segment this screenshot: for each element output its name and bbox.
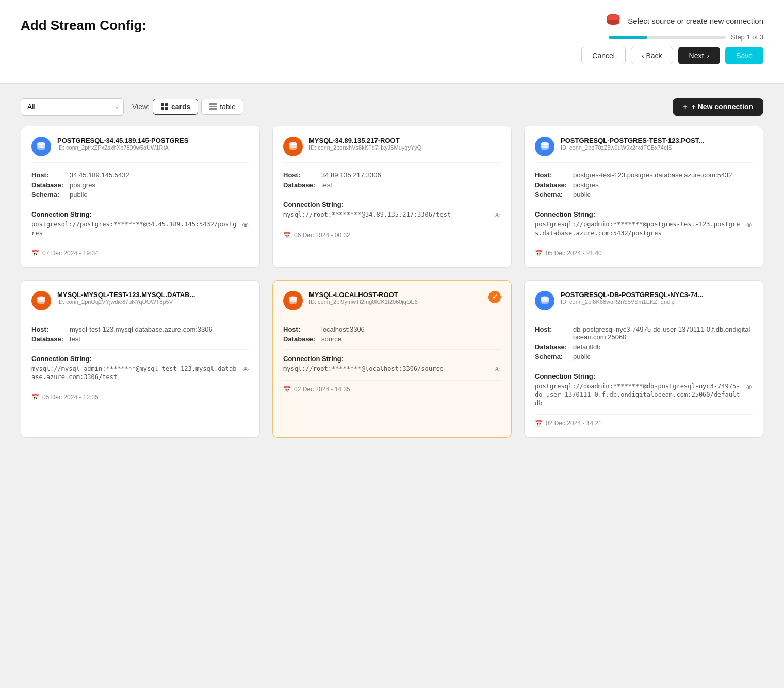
schema-field: Schema:public (31, 191, 249, 199)
conn-string-label: Connection String: (31, 210, 249, 218)
step-icon (605, 12, 622, 29)
svg-rect-2 (165, 103, 168, 106)
new-connection-button[interactable]: + + New connection (673, 98, 763, 116)
database-field: Database:test (31, 335, 249, 343)
conn-string-value: postgresql://postgres:********@34.45.189… (31, 220, 240, 238)
conn-string-value: mysql://mysql_admin:********@mysql-test-… (31, 365, 240, 382)
connection-card[interactable]: POSTGRESQL-34.45.189.145-POSTGRES ID: co… (21, 126, 260, 268)
toggle-visibility-icon[interactable]: 👁 (242, 366, 249, 374)
page-title: Add Stream Config: (21, 12, 146, 34)
table-icon (209, 103, 217, 111)
calendar-icon: 📅 (535, 250, 543, 257)
database-field: Database:source (283, 335, 501, 343)
cards-view-button[interactable]: cards (153, 99, 198, 115)
card-id: ID: conn_2pnOq2VYjwdie87uNYqUOWT8p5V (57, 299, 249, 305)
calendar-icon: 📅 (31, 250, 39, 257)
connection-card[interactable]: MYSQL-MYSQL-TEST-123.MYSQL.DATAB... ID: … (21, 280, 260, 438)
svg-rect-3 (161, 107, 164, 110)
connection-card[interactable]: MYSQL-34.89.135.217-ROOT ID: conn_2ponxh… (272, 126, 512, 268)
save-button[interactable]: Save (725, 47, 763, 64)
card-date: 05 Dec 2024 - 21:40 (546, 250, 602, 257)
step-count: Step 1 of 3 (731, 33, 763, 41)
database-field: Database:postgres (535, 181, 753, 189)
svg-rect-1 (161, 103, 164, 106)
card-date: 05 Dec 2024 - 12:35 (42, 394, 99, 401)
conn-string-value: mysql://root:********@34.89.135.217:3306… (283, 210, 492, 219)
connection-card[interactable]: POSTGRESQL-POSTGRES-TEST-123.POST... ID:… (524, 126, 763, 268)
conn-string-label: Connection String: (283, 355, 501, 363)
toggle-visibility-icon[interactable]: 👁 (242, 221, 249, 230)
conn-string-value: postgresql://doadmin:********@db-postgre… (535, 382, 743, 408)
card-date: 02 Dec 2024 - 14:21 (546, 420, 602, 427)
calendar-icon: 📅 (31, 394, 39, 401)
db-type-icon (283, 291, 303, 310)
database-field: Database:defaultdb (535, 343, 753, 351)
selected-check: ✓ (488, 291, 501, 303)
conn-string-label: Connection String: (535, 210, 753, 218)
back-button[interactable]: ‹ Back (631, 47, 673, 64)
database-field: Database:test (283, 181, 501, 189)
card-id: ID: conn_2pf8K68wuR2nS5VSm1EKZTqndip (561, 299, 753, 305)
conn-string-value: postgresql://pgadmin:********@postgres-t… (535, 220, 743, 238)
plus-icon: + (683, 103, 687, 111)
db-type-icon (535, 137, 554, 156)
card-name: MYSQL-LOCALHOST-ROOT (309, 291, 482, 299)
host-field: Host:localhost:3306 (283, 325, 501, 333)
calendar-icon: 📅 (283, 232, 291, 239)
conn-string-label: Connection String: (535, 372, 753, 380)
conn-string-label: Connection String: (31, 355, 249, 363)
svg-rect-7 (209, 108, 217, 110)
cards-icon (160, 103, 169, 111)
db-type-icon (31, 137, 51, 156)
host-field: Host:db-postgresql-nyc3-74975-do-user-13… (535, 325, 753, 341)
svg-rect-4 (165, 107, 168, 110)
db-type-icon (283, 137, 303, 156)
card-name: POSTGRESQL-34.45.189.145-POSTGRES (57, 137, 249, 144)
back-chevron-icon: ‹ (642, 52, 644, 60)
toggle-visibility-icon[interactable]: 👁 (494, 366, 501, 374)
progress-fill (609, 36, 647, 39)
cards-grid: POSTGRESQL-34.45.189.145-POSTGRES ID: co… (21, 126, 763, 438)
schema-field: Schema:public (535, 191, 753, 199)
db-type-icon (535, 291, 554, 310)
db-type-icon (31, 291, 51, 310)
host-field: Host:mysql-test-123.mysql.database.azure… (31, 325, 249, 333)
card-name: MYSQL-34.89.135.217-ROOT (309, 137, 501, 144)
card-id: ID: conn_2ptrxZPxZsxhXp7899w5aUW1RIA (57, 144, 249, 151)
card-date: 02 Dec 2024 - 14:35 (294, 386, 350, 393)
connection-card[interactable]: POSTGRESQL-DB-POSTGRESQL-NYC3-74... ID: … (524, 280, 763, 438)
host-field: Host:34.45.189.145:5432 (31, 171, 249, 179)
card-date: 06 Dec 2024 - 00:32 (294, 232, 350, 239)
card-id: ID: conn_2pf9ymwTI2mg0fCK1I2060jqOE6 (309, 299, 482, 305)
table-view-button[interactable]: table (201, 99, 243, 115)
card-id: ID: conn_2ponxhVs8kKFd7HxyJ6MuyqyYyQ (309, 144, 501, 151)
card-name: POSTGRESQL-POSTGRES-TEST-123.POST... (561, 137, 753, 144)
toggle-visibility-icon[interactable]: 👁 (745, 221, 753, 230)
next-chevron-icon: › (707, 52, 709, 60)
card-date: 07 Dec 2024 - 19:34 (42, 250, 99, 257)
filter-input[interactable] (21, 98, 124, 116)
card-id: ID: conn_2poT0zZ5w9uW9x2rkdFCBx74eIS (561, 144, 753, 151)
next-button[interactable]: Next › (678, 47, 720, 64)
connection-card[interactable]: MYSQL-LOCALHOST-ROOT ID: conn_2pf9ymwTI2… (272, 280, 512, 438)
toggle-visibility-icon[interactable]: 👁 (745, 383, 753, 391)
calendar-icon: 📅 (283, 386, 291, 393)
card-name: POSTGRESQL-DB-POSTGRESQL-NYC3-74... (561, 291, 753, 299)
conn-string-label: Connection String: (283, 201, 501, 208)
conn-string-value: mysql://root:********@localhost:3306/sou… (283, 365, 492, 373)
card-name: MYSQL-MYSQL-TEST-123.MYSQL.DATAB... (57, 291, 249, 299)
view-label: View: (132, 103, 150, 111)
step-label: Select source or create new connection (628, 17, 763, 25)
svg-rect-5 (209, 103, 217, 105)
host-field: Host:postgres-test-123.postgres.database… (535, 171, 753, 179)
host-field: Host:34.89.135.217:3306 (283, 171, 501, 179)
schema-field: Schema:public (535, 353, 753, 361)
calendar-icon: 📅 (535, 420, 543, 427)
toggle-visibility-icon[interactable]: 👁 (494, 211, 501, 220)
progress-bar (609, 36, 726, 39)
database-field: Database:postgres (31, 181, 249, 189)
cancel-button[interactable]: Cancel (581, 47, 626, 64)
svg-rect-6 (209, 106, 217, 107)
